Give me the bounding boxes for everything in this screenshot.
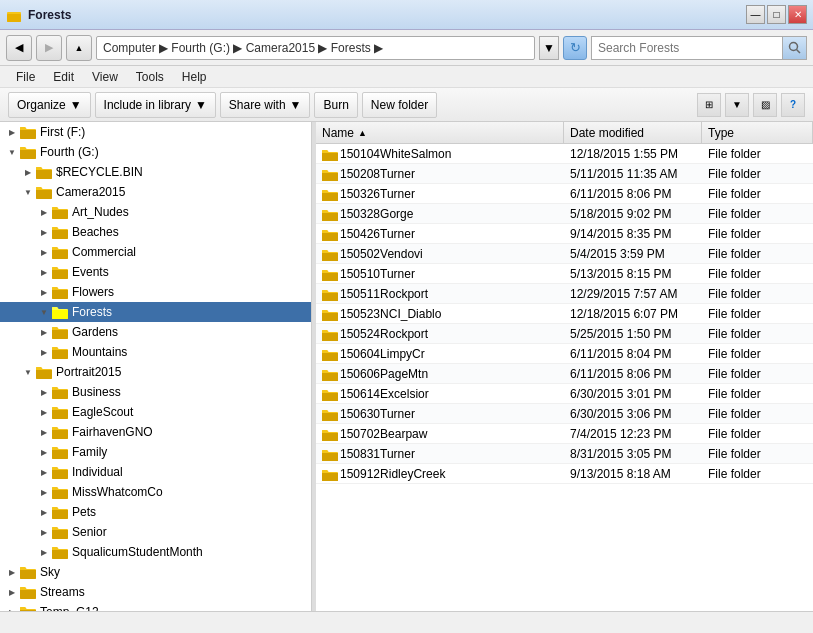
expand-icon-fourth-g[interactable]: ▼ — [4, 144, 20, 160]
sidebar-item-first-f[interactable]: ▶ First (F:) — [0, 122, 311, 142]
sidebar-item-flowers[interactable]: ▶ Flowers — [0, 282, 311, 302]
sidebar-item-family[interactable]: ▶ Family — [0, 442, 311, 462]
table-row[interactable]: 150912RidleyCreek9/13/2015 8:18 AMFile f… — [316, 464, 813, 484]
table-row[interactable]: 150426Turner9/14/2015 8:35 PMFile folder — [316, 224, 813, 244]
column-header-date[interactable]: Date modified — [564, 122, 702, 144]
sidebar-item-fairhaven-gno[interactable]: ▶ FairhavenGNO — [0, 422, 311, 442]
sidebar-item-temp-g12[interactable]: ▶ Temp_G12 — [0, 602, 311, 611]
expand-icon-misswhatcomco[interactable]: ▶ — [36, 484, 52, 500]
expand-icon-fairhaven-gno[interactable]: ▶ — [36, 424, 52, 440]
back-button[interactable]: ◀ — [6, 35, 32, 61]
sidebar-item-recycle-bin[interactable]: ▶ $RECYCLE.BIN — [0, 162, 311, 182]
expand-icon-recycle-bin[interactable]: ▶ — [20, 164, 36, 180]
menu-help[interactable]: Help — [174, 68, 215, 86]
table-row[interactable]: 150502Vendovi5/4/2015 3:59 PMFile folder — [316, 244, 813, 264]
menu-edit[interactable]: Edit — [45, 68, 82, 86]
column-header-name[interactable]: Name ▲ — [316, 122, 564, 144]
refresh-button[interactable]: ↻ — [563, 36, 587, 60]
new-folder-button[interactable]: New folder — [362, 92, 437, 118]
expand-icon-commercial[interactable]: ▶ — [36, 244, 52, 260]
expand-icon-family[interactable]: ▶ — [36, 444, 52, 460]
sidebar-item-individual[interactable]: ▶ Individual — [0, 462, 311, 482]
sidebar-item-events[interactable]: ▶ Events — [0, 262, 311, 282]
sidebar-item-fourth-g[interactable]: ▼ Fourth (G:) — [0, 142, 311, 162]
expand-icon-individual[interactable]: ▶ — [36, 464, 52, 480]
search-button[interactable] — [782, 37, 806, 59]
menu-tools[interactable]: Tools — [128, 68, 172, 86]
preview-pane-button[interactable]: ▨ — [753, 93, 777, 117]
table-row[interactable]: 150104WhiteSalmon12/18/2015 1:55 PMFile … — [316, 144, 813, 164]
view-dropdown-button[interactable]: ▼ — [725, 93, 749, 117]
sidebar-item-art-nudes[interactable]: ▶ Art_Nudes — [0, 202, 311, 222]
window-title: Forests — [28, 8, 71, 22]
table-row[interactable]: 150614Excelsior6/30/2015 3:01 PMFile fol… — [316, 384, 813, 404]
sidebar-item-camera2015[interactable]: ▼ Camera2015 — [0, 182, 311, 202]
expand-icon-events[interactable]: ▶ — [36, 264, 52, 280]
expand-icon-senior[interactable]: ▶ — [36, 524, 52, 540]
share-with-button[interactable]: Share with ▼ — [220, 92, 311, 118]
column-header-type[interactable]: Type — [702, 122, 813, 144]
include-in-library-button[interactable]: Include in library ▼ — [95, 92, 216, 118]
table-row[interactable]: 150606PageMtn6/11/2015 8:06 PMFile folde… — [316, 364, 813, 384]
expand-icon-mountains[interactable]: ▶ — [36, 344, 52, 360]
sidebar-item-commercial[interactable]: ▶ Commercial — [0, 242, 311, 262]
expand-icon-forests[interactable]: ▼ — [36, 304, 52, 320]
sidebar-item-business[interactable]: ▶ Business — [0, 382, 311, 402]
sidebar-item-sky[interactable]: ▶ Sky — [0, 562, 311, 582]
expand-icon-portrait2015[interactable]: ▼ — [20, 364, 36, 380]
forward-button[interactable]: ▶ — [36, 35, 62, 61]
sidebar-item-mountains[interactable]: ▶ Mountains — [0, 342, 311, 362]
sidebar-item-portrait2015[interactable]: ▼ Portrait2015 — [0, 362, 311, 382]
menu-file[interactable]: File — [8, 68, 43, 86]
expand-icon-art-nudes[interactable]: ▶ — [36, 204, 52, 220]
sidebar-item-gardens[interactable]: ▶ Gardens — [0, 322, 311, 342]
expand-icon-pets[interactable]: ▶ — [36, 504, 52, 520]
address-path[interactable]: Computer ▶ Fourth (G:) ▶ Camera2015 ▶ Fo… — [96, 36, 535, 60]
minimize-button[interactable]: — — [746, 5, 765, 24]
expand-icon-gardens[interactable]: ▶ — [36, 324, 52, 340]
table-row[interactable]: 150208Turner5/11/2015 11:35 AMFile folde… — [316, 164, 813, 184]
expand-icon-sky[interactable]: ▶ — [4, 564, 20, 580]
expand-icon-first-f[interactable]: ▶ — [4, 124, 20, 140]
close-button[interactable]: ✕ — [788, 5, 807, 24]
sidebar-item-forests[interactable]: ▼ Forests — [0, 302, 311, 322]
expand-icon-eaglescout[interactable]: ▶ — [36, 404, 52, 420]
expand-icon-streams[interactable]: ▶ — [4, 584, 20, 600]
sidebar-item-streams[interactable]: ▶ Streams — [0, 582, 311, 602]
sidebar-item-squalicum-student-month[interactable]: ▶ SqualicumStudentMonth — [0, 542, 311, 562]
sidebar-item-eaglescout[interactable]: ▶ EagleScout — [0, 402, 311, 422]
file-list-area: Name ▲ Date modified Type 150104WhiteSal… — [316, 122, 813, 611]
sidebar-item-pets[interactable]: ▶ Pets — [0, 502, 311, 522]
expand-icon-camera2015[interactable]: ▼ — [20, 184, 36, 200]
expand-icon-flowers[interactable]: ▶ — [36, 284, 52, 300]
maximize-button[interactable]: □ — [767, 5, 786, 24]
table-row[interactable]: 150326Turner6/11/2015 8:06 PMFile folder — [316, 184, 813, 204]
view-options-button[interactable]: ⊞ — [697, 93, 721, 117]
sidebar-item-senior[interactable]: ▶ Senior — [0, 522, 311, 542]
address-dropdown[interactable]: ▼ — [539, 36, 559, 60]
burn-button[interactable]: Burn — [314, 92, 357, 118]
menu-view[interactable]: View — [84, 68, 126, 86]
table-row[interactable]: 150831Turner8/31/2015 3:05 PMFile folder — [316, 444, 813, 464]
sidebar-item-misswhatcomco[interactable]: ▶ MissWhatcomCo — [0, 482, 311, 502]
search-input[interactable] — [592, 39, 782, 57]
sidebar-item-label-events: Events — [72, 265, 109, 279]
file-name: 150208Turner — [340, 167, 415, 181]
expand-icon-beaches[interactable]: ▶ — [36, 224, 52, 240]
table-row[interactable]: 150510Turner5/13/2015 8:15 PMFile folder — [316, 264, 813, 284]
file-date-cell: 5/25/2015 1:50 PM — [564, 327, 702, 341]
table-row[interactable]: 150524Rockport5/25/2015 1:50 PMFile fold… — [316, 324, 813, 344]
table-row[interactable]: 150511Rockport12/29/2015 7:57 AMFile fol… — [316, 284, 813, 304]
table-row[interactable]: 150630Turner6/30/2015 3:06 PMFile folder — [316, 404, 813, 424]
table-row[interactable]: 150604LimpyCr6/11/2015 8:04 PMFile folde… — [316, 344, 813, 364]
expand-icon-squalicum-student-month[interactable]: ▶ — [36, 544, 52, 560]
table-row[interactable]: 150702Bearpaw7/4/2015 12:23 PMFile folde… — [316, 424, 813, 444]
help-button[interactable]: ? — [781, 93, 805, 117]
sidebar-item-beaches[interactable]: ▶ Beaches — [0, 222, 311, 242]
expand-icon-business[interactable]: ▶ — [36, 384, 52, 400]
table-row[interactable]: 150523NCI_Diablo12/18/2015 6:07 PMFile f… — [316, 304, 813, 324]
expand-icon-temp-g12[interactable]: ▶ — [4, 604, 20, 611]
up-button[interactable]: ▲ — [66, 35, 92, 61]
table-row[interactable]: 150328Gorge5/18/2015 9:02 PMFile folder — [316, 204, 813, 224]
organize-button[interactable]: Organize ▼ — [8, 92, 91, 118]
